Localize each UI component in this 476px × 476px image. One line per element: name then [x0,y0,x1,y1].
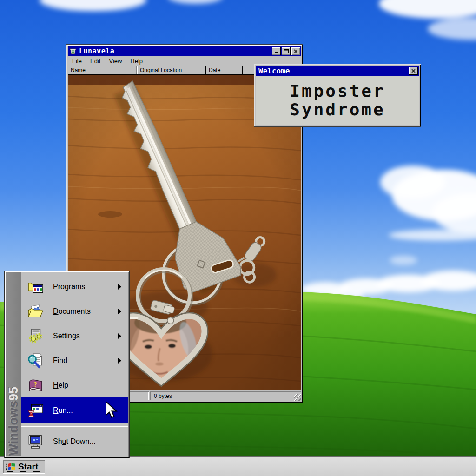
column-header-original-location[interactable]: Original Location [137,66,206,75]
welcome-dialog: Welcome Imposter Syndrome [254,64,421,126]
submenu-arrow-icon [118,358,121,364]
maximize-button[interactable] [282,47,291,55]
desktop: Lunavela File Edit View H [0,0,476,476]
mouse-cursor [105,402,119,418]
submenu-arrow-icon [118,333,121,339]
programs-icon [27,278,44,295]
start-menu: Windows95 Programs [5,271,129,458]
run-icon [27,402,44,419]
status-panel-bytes: 0 bytes [150,391,301,400]
find-icon [27,352,44,369]
minimize-icon [274,49,279,53]
start-menu-item-shutdown[interactable]: Shut Down... [21,428,128,456]
start-menu-item-settings[interactable]: Settings [21,324,128,348]
start-menu-sidebar: Windows95 [6,272,21,456]
start-button[interactable]: Start [3,460,45,474]
menu-view[interactable]: View [105,57,126,66]
welcome-message-line2: Syndrome [290,100,385,119]
start-menu-item-find[interactable]: Find [21,348,128,373]
start-button-label: Start [18,462,38,472]
windows-logo-icon [5,462,16,472]
taskbar: Start [0,457,476,476]
documents-icon [27,303,44,320]
menu-edit[interactable]: Edit [86,57,105,66]
window-title: Lunavela [79,47,271,55]
close-button[interactable] [291,47,300,55]
recycle-bin-icon [69,47,77,55]
resize-grip[interactable] [294,394,301,401]
start-menu-item-programs[interactable]: Programs [21,274,128,299]
welcome-titlebar[interactable]: Welcome [256,66,419,76]
submenu-arrow-icon [118,309,121,314]
settings-icon [27,328,44,344]
close-icon [294,49,298,53]
welcome-body: Imposter Syndrome [256,76,419,125]
maximize-icon [284,49,289,53]
menu-help[interactable]: Help [126,57,147,66]
windows95-branding: Windows95 [7,387,20,456]
start-menu-item-help[interactable]: ? Help [21,373,128,397]
welcome-message-line1: Imposter [290,82,385,100]
minimize-button[interactable] [272,47,281,55]
start-menu-separator [21,425,128,427]
column-header-date[interactable]: Date [206,66,243,75]
submenu-arrow-icon [118,284,121,290]
svg-text:?: ? [33,381,37,388]
explorer-titlebar[interactable]: Lunavela [68,46,301,56]
menu-file[interactable]: File [68,57,86,66]
shutdown-icon [27,433,44,450]
welcome-title: Welcome [258,66,408,75]
start-menu-item-documents[interactable]: Documents [21,299,128,324]
close-icon [411,69,416,73]
welcome-close-button[interactable] [409,67,418,75]
column-header-name[interactable]: Name [68,66,137,75]
help-icon: ? [27,377,44,394]
